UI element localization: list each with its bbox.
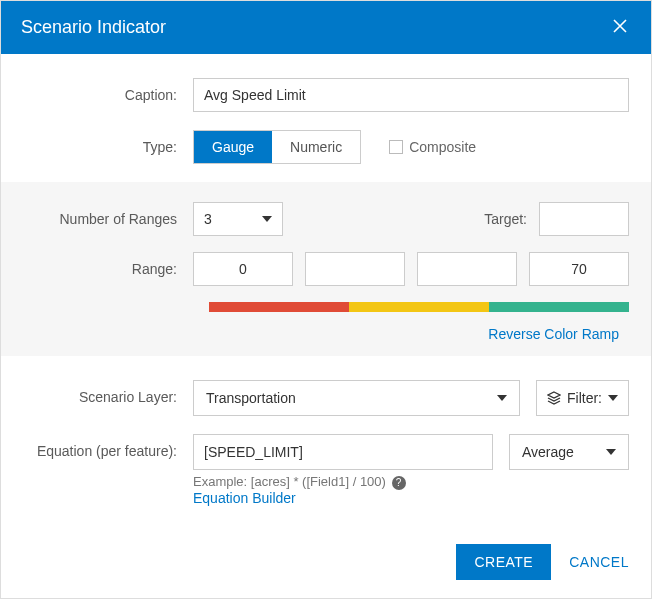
caption-input[interactable] bbox=[193, 78, 629, 112]
equation-label: Equation (per feature): bbox=[23, 434, 193, 459]
type-gauge-button[interactable]: Gauge bbox=[194, 131, 272, 163]
scenario-layer-select[interactable]: Transportation bbox=[193, 380, 520, 416]
dialog-body: Caption: Type: Gauge Numeric Composite N… bbox=[1, 54, 651, 598]
scenario-layer-value: Transportation bbox=[206, 390, 296, 406]
composite-checkbox[interactable] bbox=[389, 140, 403, 154]
equation-example: Example: [acres] * ([Field1] / 100) bbox=[193, 474, 386, 489]
equation-row: Equation (per feature): Average Example:… bbox=[23, 434, 629, 506]
dialog-footer: CREATE CANCEL bbox=[23, 524, 629, 580]
type-toggle-group: Gauge Numeric bbox=[193, 130, 361, 164]
aggregation-value: Average bbox=[522, 444, 574, 460]
create-button[interactable]: CREATE bbox=[456, 544, 551, 580]
chevron-down-icon bbox=[606, 449, 616, 455]
ramp-segment-red bbox=[209, 302, 349, 312]
scenario-layer-label: Scenario Layer: bbox=[23, 380, 193, 416]
ranges-section: Number of Ranges 3 Target: Range: bbox=[1, 182, 651, 356]
caption-row: Caption: bbox=[23, 78, 629, 112]
num-ranges-value: 3 bbox=[204, 211, 212, 227]
num-ranges-label: Number of Ranges bbox=[23, 211, 193, 227]
ramp-segment-green bbox=[489, 302, 629, 312]
range-values-row: Range: bbox=[23, 252, 629, 286]
filter-button[interactable]: Filter: bbox=[536, 380, 629, 416]
chevron-down-icon bbox=[262, 216, 272, 222]
range-label: Range: bbox=[23, 261, 193, 277]
target-label: Target: bbox=[469, 211, 539, 227]
scenario-layer-row: Scenario Layer: Transportation Filter: bbox=[23, 380, 629, 416]
dialog-header: Scenario Indicator bbox=[1, 1, 651, 54]
type-numeric-button[interactable]: Numeric bbox=[272, 131, 360, 163]
num-ranges-row: Number of Ranges 3 Target: bbox=[23, 202, 629, 236]
range-input-1[interactable] bbox=[305, 252, 405, 286]
filter-label: Filter: bbox=[567, 390, 602, 406]
close-button[interactable] bbox=[609, 15, 631, 40]
type-label: Type: bbox=[23, 139, 193, 155]
type-row: Type: Gauge Numeric Composite bbox=[23, 130, 629, 164]
range-input-3[interactable] bbox=[529, 252, 629, 286]
target-input[interactable] bbox=[539, 202, 629, 236]
equation-example-text: Example: [acres] * ([Field1] / 100) ? bbox=[193, 474, 629, 490]
dialog-title: Scenario Indicator bbox=[21, 17, 166, 38]
equation-input[interactable] bbox=[193, 434, 493, 470]
num-ranges-select[interactable]: 3 bbox=[193, 202, 283, 236]
composite-checkbox-wrap[interactable]: Composite bbox=[389, 139, 476, 155]
help-icon[interactable]: ? bbox=[392, 476, 406, 490]
color-ramp bbox=[209, 302, 629, 312]
aggregation-select[interactable]: Average bbox=[509, 434, 629, 470]
ramp-segment-yellow bbox=[349, 302, 489, 312]
caption-label: Caption: bbox=[23, 87, 193, 103]
chevron-down-icon bbox=[497, 395, 507, 401]
layers-icon bbox=[547, 391, 561, 405]
chevron-down-icon bbox=[608, 395, 618, 401]
range-input-2[interactable] bbox=[417, 252, 517, 286]
scenario-indicator-dialog: Scenario Indicator Caption: Type: Gauge … bbox=[0, 0, 652, 599]
cancel-button[interactable]: CANCEL bbox=[569, 554, 629, 570]
range-input-0[interactable] bbox=[193, 252, 293, 286]
composite-label: Composite bbox=[409, 139, 476, 155]
equation-builder-link[interactable]: Equation Builder bbox=[193, 490, 629, 506]
reverse-color-ramp-link[interactable]: Reverse Color Ramp bbox=[23, 326, 629, 342]
